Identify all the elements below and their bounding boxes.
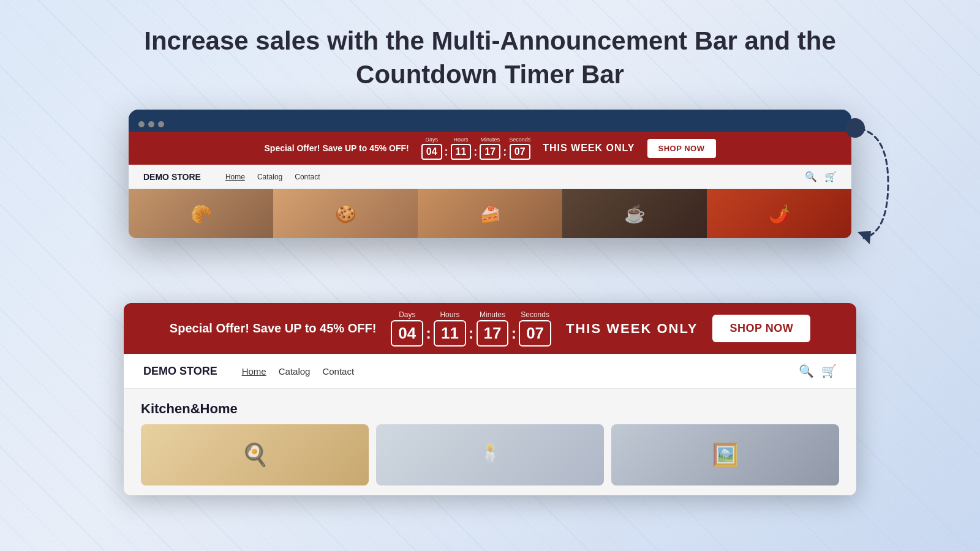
countdown-large: Days 04 : Hours 11 : Minutes 17 : [391,310,551,347]
product-card-3: 🖼️ [611,424,839,485]
nav-link-contact-large[interactable]: Contact [322,366,354,377]
food-item-3: 🍰 [418,189,562,238]
sep2-small: : [473,146,477,159]
search-icon-large[interactable]: 🔍 [799,364,814,378]
store-name-small: DEMO STORE [143,172,201,182]
announcement-bar-large: Special Offer! Save UP to 45% OFF! Days … [124,303,856,354]
kitchen-section: Kitchen&Home 🍳 🕯️ 🖼️ [124,389,856,495]
dashed-arrow [839,122,900,244]
week-only-small: THIS WEEK ONLY [543,143,635,154]
page-title: Increase sales with the Multi-Announceme… [95,0,885,110]
product-emoji-2: 🕯️ [477,442,504,468]
product-emoji-3: 🖼️ [712,442,739,468]
food-item-2: 🍪 [273,189,418,238]
days-unit-small: Days 04 [421,137,442,160]
hours-unit-large: Hours 11 [434,310,466,347]
browser-dot-1 [138,121,145,127]
browser-chrome [129,110,851,132]
announcement-bar-small: Special Offer! Save UP to 45% OFF! Days … [129,132,851,165]
sep1-small: : [445,146,448,159]
circle-dot [845,118,865,138]
nav-link-home-large[interactable]: Home [242,366,266,377]
food-emoji-5: 🌶️ [769,204,790,224]
shop-now-button-small[interactable]: SHOP NOW [647,139,716,158]
search-icon-small[interactable]: 🔍 [805,171,817,182]
minutes-unit-small: Minutes 17 [480,137,500,160]
seconds-unit-large: Seconds 07 [519,310,551,347]
food-item-1: 🥐 [129,189,273,238]
title-rest: with the Multi-Announcement Bar and the [320,26,835,55]
popup-overlay: Special Offer! Save UP to 45% OFF! Days … [124,303,856,495]
svg-marker-0 [858,231,871,244]
nav-links-small: Home Catalog Contact [225,173,790,181]
mockup-wrapper: Special Offer! Save UP to 45% OFF! Days … [129,110,851,238]
browser-dot-2 [148,121,154,127]
seconds-value-small: 07 [510,144,530,160]
minutes-label-small: Minutes [481,137,500,143]
countdown-small: Days 04 : Hours 11 : Minutes 17 [421,137,530,160]
main-content: Increase sales with the Multi-Announceme… [0,0,980,238]
minutes-value-large: 17 [477,320,509,347]
sep2-large: : [469,324,474,343]
nav-link-catalog-small[interactable]: Catalog [257,173,282,181]
nav-icons-small: 🔍 🛒 [805,171,837,182]
browser-mockup: Special Offer! Save UP to 45% OFF! Days … [129,110,851,238]
seconds-label-small: Seconds [509,137,530,143]
offer-text-large: Special Offer! Save UP to 45% OFF! [170,321,377,335]
title-line2: Countdown Timer Bar [356,60,624,89]
nav-bar-large: DEMO STORE Home Catalog Contact 🔍 🛒 [124,354,856,389]
food-item-4: ☕ [562,189,707,238]
hours-label-small: Hours [453,137,468,143]
title-bold: Increase sales [144,26,320,55]
hours-value-large: 11 [434,320,466,347]
seconds-label-large: Seconds [521,310,549,319]
nav-link-home-small[interactable]: Home [225,173,245,181]
offer-text-small: Special Offer! Save UP to 45% OFF! [265,143,409,153]
food-emoji-4: ☕ [624,204,646,224]
seconds-unit-small: Seconds 07 [509,137,530,160]
week-only-large: THIS WEEK ONLY [566,321,698,337]
days-value-large: 04 [391,320,423,347]
food-item-5: 🌶️ [707,189,851,238]
food-emoji-3: 🍰 [480,204,501,224]
minutes-label-large: Minutes [480,310,505,319]
food-emoji-2: 🍪 [335,204,356,224]
days-unit-large: Days 04 [391,310,423,347]
nav-link-contact-small[interactable]: Contact [295,173,320,181]
nav-link-catalog-large[interactable]: Catalog [279,366,311,377]
nav-links-large: Home Catalog Contact [242,366,784,377]
store-name-large: DEMO STORE [143,365,217,378]
hours-value-small: 11 [451,144,472,160]
nav-icons-large: 🔍 🛒 [799,364,837,378]
cart-icon-large[interactable]: 🛒 [821,364,837,378]
food-emoji-1: 🥐 [190,204,212,224]
kitchen-title: Kitchen&Home [141,401,839,417]
days-label-large: Days [399,310,415,319]
seconds-value-large: 07 [519,320,551,347]
days-value-small: 04 [421,144,442,160]
sep3-large: : [511,324,516,343]
shop-now-button-large[interactable]: SHOP NOW [712,315,810,342]
minutes-value-small: 17 [480,144,500,160]
browser-content: Special Offer! Save UP to 45% OFF! Days … [129,132,851,238]
hours-label-large: Hours [440,310,459,319]
cart-icon-small[interactable]: 🛒 [824,171,837,182]
browser-dot-3 [158,121,164,127]
food-strip: 🥐 🍪 🍰 ☕ 🌶️ [129,189,851,238]
sep1-large: : [426,324,431,343]
sep3-small: : [503,146,507,159]
product-emoji-1: 🍳 [241,442,269,468]
product-grid: 🍳 🕯️ 🖼️ [141,424,839,485]
days-label-small: Days [425,137,438,143]
minutes-unit-large: Minutes 17 [477,310,509,347]
hours-unit-small: Hours 11 [451,137,472,160]
product-card-2: 🕯️ [376,424,604,485]
product-card-1: 🍳 [141,424,369,485]
nav-bar-small: DEMO STORE Home Catalog Contact 🔍 🛒 [129,165,851,189]
